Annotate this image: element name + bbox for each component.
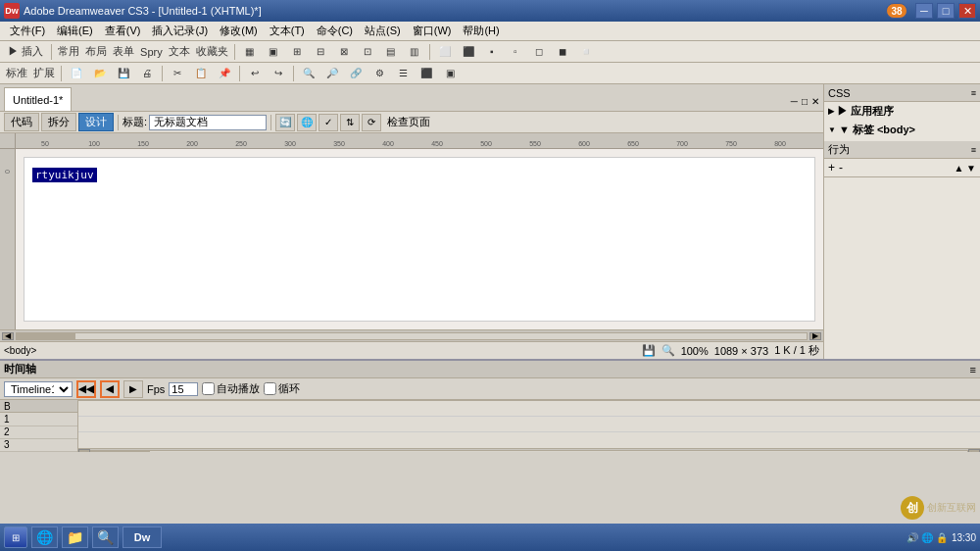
timeline-toolbar: Timeline1 ◀◀ ◀ ▶ Fps 自动播放 循环 <box>0 378 980 400</box>
behavior-minus-btn[interactable]: - <box>839 161 843 175</box>
toolbar-btn-10[interactable]: ⬛ <box>458 42 479 62</box>
std-btn-15[interactable]: ⬛ <box>416 64 437 83</box>
std-btn-13[interactable]: ⚙ <box>368 64 390 83</box>
std-btn-11[interactable]: 🔎 <box>321 64 343 83</box>
panel-expand-icon[interactable]: ≡ <box>971 88 976 98</box>
start-button[interactable]: ⊞ <box>4 526 27 548</box>
taskbar-dw-btn[interactable]: Dw <box>122 526 162 548</box>
toolbar-insert-label[interactable]: ▶ 插入 <box>4 44 47 59</box>
mode-split-button[interactable]: 拆分 <box>41 113 76 131</box>
toolbar-form-label[interactable]: 表单 <box>111 44 136 59</box>
toolbar-btn-3[interactable]: ⊞ <box>286 42 308 62</box>
toolbar-btn-4[interactable]: ⊟ <box>310 42 331 62</box>
menu-help[interactable]: 帮助(H) <box>457 22 505 40</box>
timeline-auto-checkbox[interactable] <box>202 382 215 395</box>
canvas-area[interactable]: rtyuikjuv <box>16 149 823 329</box>
menu-text[interactable]: 文本(T) <box>264 22 311 40</box>
panel-tag-header[interactable]: ▼ ▼ 标签 <body> <box>824 121 980 139</box>
timeline-scroll-left[interactable]: ◀ <box>78 449 90 452</box>
scroll-right-btn[interactable]: ▶ <box>809 332 821 340</box>
timeline-prev-btn[interactable]: ◀ <box>100 380 120 398</box>
toolbar-layout-label[interactable]: 布局 <box>83 44 109 59</box>
toolbar-btn-13[interactable]: ◻ <box>528 42 550 62</box>
toolbar-common-label[interactable]: 常用 <box>56 44 81 59</box>
behavior-add-btn[interactable]: + <box>828 161 835 175</box>
doc-tab-close[interactable]: ✕ <box>811 96 819 107</box>
std-btn-1[interactable]: 📄 <box>66 64 87 83</box>
taskbar-search-btn[interactable]: 🔍 <box>92 526 119 548</box>
panel-app-header[interactable]: ▶ ▶ 应用程序 <box>824 102 980 121</box>
toolbar-btn-1[interactable]: ▦ <box>239 42 261 62</box>
toolbar-btn-11[interactable]: ▪ <box>481 42 503 62</box>
timeline-scrollbar-track[interactable] <box>90 450 968 452</box>
start-icon: ⊞ <box>12 532 20 543</box>
toolbar-btn-12[interactable]: ▫ <box>505 42 526 62</box>
timeline-scrollbar[interactable]: ◀ ▶ <box>78 448 980 452</box>
scrollbar-track-h[interactable] <box>16 332 808 340</box>
std-btn-7[interactable]: 📌 <box>214 64 235 83</box>
toolbar-btn-5[interactable]: ⊠ <box>333 42 355 62</box>
menu-edit[interactable]: 编辑(E) <box>51 22 99 40</box>
timeline-fps-input[interactable] <box>169 382 198 396</box>
minimize-button[interactable]: ─ <box>915 3 933 19</box>
std-btn-8[interactable]: ↩ <box>244 64 266 83</box>
menu-window[interactable]: 窗口(W) <box>407 22 458 40</box>
menu-file[interactable]: 文件(F) <box>4 22 51 40</box>
toolbar-btn-2[interactable]: ▣ <box>263 42 284 62</box>
toolbar-btn-6[interactable]: ⊡ <box>357 42 378 62</box>
timeline-back-btn[interactable]: ◀◀ <box>76 380 96 398</box>
mode-code-button[interactable]: 代码 <box>4 113 39 131</box>
doc-refresh-btn[interactable]: 🔄 <box>275 114 295 131</box>
doc-title-input[interactable] <box>149 115 267 130</box>
maximize-button[interactable]: □ <box>937 3 955 19</box>
status-zoom[interactable]: 100% <box>681 345 709 357</box>
std-btn-2[interactable]: 📂 <box>89 64 111 83</box>
doc-browse-btn[interactable]: 🌐 <box>297 114 317 131</box>
std-btn-16[interactable]: ▣ <box>439 64 461 83</box>
menu-command[interactable]: 命令(C) <box>311 22 359 40</box>
toolbar-spry-label[interactable]: Spry <box>138 46 165 58</box>
doc-tabs: Untitled-1* ─ □ ✕ <box>0 84 823 112</box>
menu-insert[interactable]: 插入记录(J) <box>146 22 214 40</box>
toolbar-favorites-label[interactable]: 收藏夹 <box>194 44 230 59</box>
std-btn-4[interactable]: 🖨 <box>136 64 158 83</box>
mode-design-button[interactable]: 设计 <box>78 113 114 131</box>
toolbar-btn-8[interactable]: ▥ <box>404 42 425 62</box>
menu-site[interactable]: 站点(S) <box>359 22 407 40</box>
timeline-play-btn[interactable]: ▶ <box>123 380 143 398</box>
scroll-left-btn[interactable]: ◀ <box>2 332 14 340</box>
behavior-sort-btn[interactable]: ▲ ▼ <box>954 163 976 174</box>
close-button[interactable]: ✕ <box>958 3 976 19</box>
toolbar-btn-9[interactable]: ⬜ <box>434 42 456 62</box>
toolbar-btn-14[interactable]: ◼ <box>552 42 573 62</box>
menu-view[interactable]: 查看(V) <box>99 22 147 40</box>
timeline-scroll-right[interactable]: ▶ <box>968 449 980 452</box>
doc-validate-btn[interactable]: ✓ <box>318 114 338 131</box>
doc-filetransfer-btn[interactable]: ⇅ <box>340 114 360 131</box>
taskbar-browser-btn[interactable]: 🌐 <box>31 526 58 548</box>
std-btn-6[interactable]: 📋 <box>190 64 212 83</box>
doc-debug-btn[interactable]: ⟳ <box>362 114 381 131</box>
doc-tab-maximize[interactable]: □ <box>802 96 808 107</box>
std-btn-3[interactable]: 💾 <box>113 64 134 83</box>
std-btn-14[interactable]: ☰ <box>392 64 414 83</box>
watermark-logo: 创 <box>901 496 924 520</box>
status-tag[interactable]: <body> <box>4 345 36 356</box>
menu-modify[interactable]: 修改(M) <box>214 22 264 40</box>
timeline-loop-checkbox[interactable] <box>264 382 276 395</box>
horizontal-scrollbar[interactable]: ◀ ▶ <box>0 329 823 341</box>
timeline-name-select[interactable]: Timeline1 <box>4 381 73 397</box>
taskbar-folder-btn[interactable]: 📁 <box>62 526 88 548</box>
toolbar-btn-7[interactable]: ▤ <box>380 42 402 62</box>
doc-tab-minimize[interactable]: ─ <box>791 96 798 107</box>
std-btn-9[interactable]: ↪ <box>268 64 289 83</box>
timeline-layers: B 1 2 3 <box>0 400 78 452</box>
behavior-expand-icon[interactable]: ≡ <box>971 145 976 155</box>
toolbar-text-label[interactable]: 文本 <box>167 44 192 59</box>
std-btn-5[interactable]: ✂ <box>167 64 188 83</box>
std-btn-10[interactable]: 🔍 <box>298 64 319 83</box>
doc-tab-untitled[interactable]: Untitled-1* <box>4 87 72 111</box>
std-btn-12[interactable]: 🔗 <box>345 64 367 83</box>
toolbar-btn-15[interactable]: ◽ <box>575 42 597 62</box>
timeline-expand-icon[interactable]: ≡ <box>970 364 976 376</box>
